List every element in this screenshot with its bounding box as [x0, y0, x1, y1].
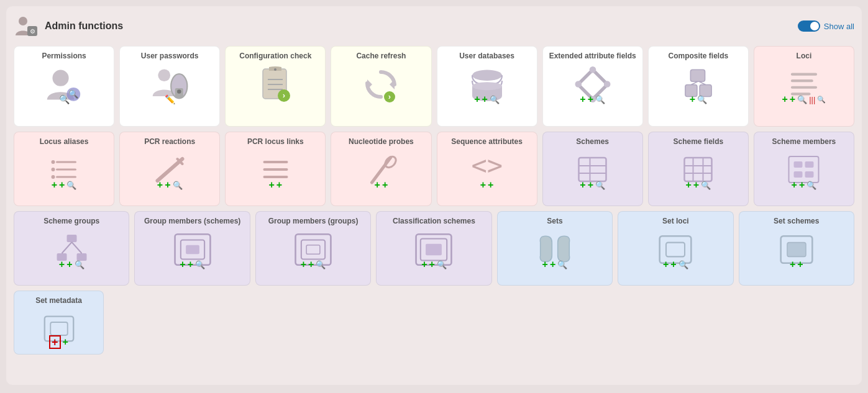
svg-line-51: [372, 158, 390, 183]
card-title-group-members-groups: Group members (groups): [268, 217, 359, 225]
svg-point-30: [604, 81, 611, 88]
admin-icon: ⚙: [14, 14, 39, 38]
svg-rect-87: [50, 322, 68, 335]
card-user-databases[interactable]: User databases + + 🔍: [437, 46, 537, 127]
card-title-scheme-fields: Scheme fields: [673, 137, 723, 146]
header-left: ⚙ Admin functions: [14, 14, 123, 38]
card-sets[interactable]: Sets + + 🔍: [497, 211, 613, 286]
icon-user-databases: + + 🔍: [462, 64, 512, 104]
card-title-composite-fields: Composite fields: [668, 52, 728, 60]
svg-point-29: [575, 81, 582, 88]
icon-group-members-schemes: + + 🔍: [168, 229, 217, 269]
svg-point-44: [51, 175, 55, 179]
icon-user-passwords: ✏️: [145, 64, 194, 104]
icon-pcr-reactions: + + 🔍: [145, 150, 194, 190]
card-title-set-loci: Set loci: [662, 217, 689, 225]
svg-text:<>: <>: [472, 153, 503, 181]
icon-sets: + + 🔍: [530, 229, 580, 269]
svg-point-11: [274, 68, 276, 71]
svg-point-9: [177, 89, 181, 94]
svg-rect-64: [794, 161, 803, 168]
show-all-toggle[interactable]: Show all: [798, 20, 854, 32]
card-set-loci[interactable]: Set loci + + 🔍: [618, 211, 733, 286]
svg-point-27: [589, 66, 596, 73]
svg-rect-66: [794, 171, 803, 178]
svg-rect-78: [306, 245, 320, 254]
card-nucleotide-probes[interactable]: Nucleotide probes + +: [331, 132, 431, 206]
svg-rect-63: [789, 156, 819, 183]
show-all-label: Show all: [824, 22, 854, 31]
card-locus-aliases[interactable]: Locus aliases + + 🔍: [14, 132, 114, 206]
card-classification-schemes[interactable]: Classification schemes + + 🔍: [376, 211, 491, 286]
toggle-switch[interactable]: [798, 20, 820, 32]
card-title-pcr-reactions: PCR reactions: [144, 137, 195, 146]
svg-rect-65: [805, 161, 814, 168]
card-title-permissions: Permissions: [42, 52, 86, 60]
svg-rect-75: [186, 245, 199, 254]
svg-rect-85: [787, 243, 806, 257]
card-title-sequence-attributes: Sequence attributes: [451, 137, 523, 146]
card-title-cache-refresh: Cache refresh: [356, 52, 406, 60]
card-set-metadata[interactable]: Set metadata + +: [14, 291, 104, 355]
card-loci[interactable]: Loci + + 🔍 ||| 🔍: [754, 46, 854, 127]
icon-composite-fields: + 🔍: [674, 64, 723, 104]
card-title-classification-schemes: Classification schemes: [393, 217, 475, 225]
card-scheme-groups[interactable]: Scheme groups + + 🔍: [14, 211, 129, 286]
card-scheme-members[interactable]: Scheme members + + 🔍: [754, 132, 854, 206]
card-title-user-databases: User databases: [459, 52, 514, 60]
card-title-locus-aliases: Locus aliases: [40, 137, 89, 146]
card-extended-attribute-fields[interactable]: Extended attribute fields + +: [542, 46, 643, 127]
svg-point-0: [19, 17, 27, 25]
grid-container: Permissions 🔍 🔍 User passwords: [14, 46, 854, 355]
card-title-schemes: Schemes: [576, 137, 609, 146]
card-group-members-schemes[interactable]: Group members (schemes) + + 🔍: [134, 211, 250, 286]
card-title-pcr-locus-links: PCR locus links: [247, 137, 304, 146]
icon-set-loci: + + 🔍: [651, 229, 700, 269]
card-title-scheme-groups: Scheme groups: [43, 217, 99, 225]
svg-rect-68: [66, 235, 76, 242]
svg-point-42: [51, 168, 55, 171]
card-permissions[interactable]: Permissions 🔍 🔍: [14, 46, 114, 127]
card-title-sets: Sets: [547, 217, 562, 225]
svg-point-3: [53, 70, 69, 86]
card-title-extended-attribute-fields: Extended attribute fields: [549, 52, 636, 60]
icon-set-schemes: + +: [772, 229, 821, 269]
icon-pcr-locus-links: + +: [250, 150, 300, 190]
card-title-set-metadata: Set metadata: [35, 296, 82, 305]
icon-classification-schemes: + + 🔍: [409, 229, 459, 269]
icon-configuration-check: ›: [250, 64, 300, 104]
row-4: Set metadata + +: [14, 291, 854, 355]
svg-line-72: [71, 242, 81, 253]
svg-line-46: [157, 159, 182, 181]
svg-rect-83: [666, 243, 685, 257]
card-title-group-members-schemes: Group members (schemes): [144, 217, 240, 225]
card-title-user-passwords: User passwords: [141, 52, 199, 60]
card-title-scheme-members: Scheme members: [772, 137, 836, 146]
card-sequence-attributes[interactable]: Sequence attributes <> + +: [437, 132, 537, 206]
card-title-configuration-check: Configuration check: [239, 52, 311, 60]
card-set-schemes[interactable]: Set schemes + +: [739, 211, 854, 286]
card-schemes[interactable]: Schemes + + 🔍: [542, 132, 643, 206]
card-scheme-fields[interactable]: Scheme fields + + 🔍: [648, 132, 749, 206]
svg-rect-81: [426, 244, 442, 256]
svg-line-71: [62, 242, 71, 253]
card-pcr-reactions[interactable]: PCR reactions + + 🔍: [119, 132, 220, 206]
card-title-set-schemes: Set schemes: [774, 217, 819, 225]
card-user-passwords[interactable]: User passwords ✏️: [119, 46, 220, 127]
svg-point-21: [472, 70, 502, 80]
header: ⚙ Admin functions Show all: [14, 14, 854, 38]
card-pcr-locus-links[interactable]: PCR locus links + +: [225, 132, 326, 206]
svg-point-22: [472, 82, 502, 90]
card-composite-fields[interactable]: Composite fields + 🔍: [648, 46, 749, 127]
icon-loci: + + 🔍 ||| 🔍: [779, 64, 829, 104]
row-3: Scheme groups + + 🔍: [14, 211, 854, 286]
icon-set-metadata: + +: [34, 309, 84, 349]
card-title-loci: Loci: [797, 52, 812, 60]
svg-rect-58: [685, 158, 712, 181]
card-configuration-check[interactable]: Configuration check ›: [225, 46, 326, 127]
icon-group-members-groups: + + 🔍: [288, 229, 338, 269]
page-title: Admin functions: [45, 20, 123, 32]
card-cache-refresh[interactable]: Cache refresh ›: [331, 46, 431, 127]
icon-cache-refresh: ›: [356, 64, 406, 104]
card-group-members-groups[interactable]: Group members (groups) + + 🔍: [255, 211, 371, 286]
